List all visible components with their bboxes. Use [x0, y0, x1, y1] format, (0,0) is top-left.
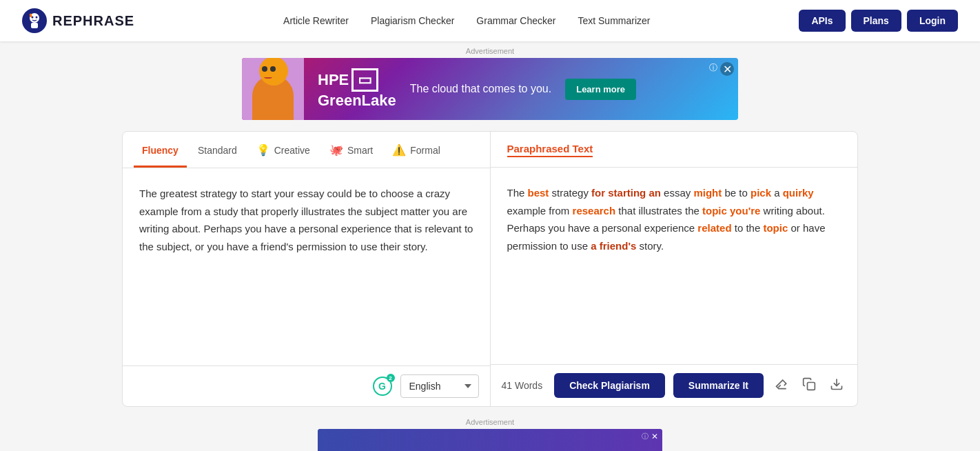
ad-hpe-logo: HPE▭ GreenLake: [318, 68, 396, 110]
right-footer: 41 Words Check Plagiarism Summarize It: [491, 364, 858, 406]
tab-fluency[interactable]: Fluency: [134, 134, 187, 168]
tab-formal-label: Formal: [410, 145, 440, 156]
out-a: a: [771, 187, 783, 199]
grammarly-badge: 2: [387, 374, 395, 382]
right-header: Paraphrased Text: [491, 132, 858, 168]
tab-standard-label: Standard: [198, 145, 237, 156]
out-pick: pick: [751, 187, 771, 199]
nav-plagiarism-checker[interactable]: Plagiarism Checker: [371, 15, 454, 26]
bottom-ad-info-icon[interactable]: ⓘ: [642, 432, 649, 441]
out-be-to: be to: [722, 187, 751, 199]
out-for-starting: for starting an: [591, 187, 661, 199]
logo-text: REPHRASE: [52, 13, 134, 29]
paraphrased-label: Paraphrased Text: [507, 143, 593, 157]
out-related: related: [697, 222, 731, 234]
nav: Article Rewriter Plagiarism Checker Gram…: [283, 15, 650, 26]
tab-creative-label: Creative: [274, 145, 310, 156]
tab-standard[interactable]: Standard: [190, 134, 245, 168]
input-text: The greatest strategy to start your essa…: [139, 188, 473, 252]
tab-fluency-label: Fluency: [142, 145, 178, 156]
nav-grammar-checker[interactable]: Grammar Checker: [476, 15, 555, 26]
bottom-ad-close-button[interactable]: ✕: [651, 432, 658, 441]
out-best: best: [528, 187, 549, 199]
tabs: Fluency Standard 💡 Creative 🐙 Smart ⚠️ F…: [123, 132, 490, 168]
out-quirky: quirky: [783, 187, 814, 199]
out-topic: topic: [763, 222, 788, 234]
ad-learn-more-button[interactable]: Learn more: [565, 79, 636, 100]
ad-top-label: Advertisement: [0, 41, 980, 58]
nav-buttons: APIs Plans Login: [799, 10, 958, 32]
logo-icon: [22, 8, 47, 33]
language-select[interactable]: English Spanish French German Italian Po…: [400, 374, 479, 398]
input-text-area[interactable]: The greatest strategy to start your essa…: [123, 168, 490, 365]
left-footer: G 2 English Spanish French German Italia…: [123, 365, 490, 406]
right-pane: Paraphrased Text The best strategy for s…: [491, 132, 858, 406]
download-icon[interactable]: [827, 374, 846, 397]
svg-rect-6: [808, 382, 815, 390]
nav-text-summarizer[interactable]: Text Summarizer: [578, 15, 650, 26]
nav-article-rewriter[interactable]: Article Rewriter: [283, 15, 349, 26]
check-plagiarism-button[interactable]: Check Plagiarism: [554, 373, 665, 398]
copy-icon[interactable]: [799, 374, 819, 397]
apis-button[interactable]: APIs: [799, 10, 845, 32]
ad-person-image: [242, 58, 304, 120]
plans-button[interactable]: Plans: [851, 10, 901, 32]
out-might: might: [693, 187, 722, 199]
out-story: story.: [636, 240, 664, 252]
svg-rect-2: [31, 23, 38, 28]
tab-formal[interactable]: ⚠️ Formal: [384, 132, 449, 168]
ad-content: HPE▭ GreenLake The cloud that comes to y…: [304, 68, 738, 110]
ad-close-button[interactable]: ✕: [720, 62, 734, 76]
tab-creative[interactable]: 💡 Creative: [248, 132, 318, 168]
logo[interactable]: REPHRASE: [22, 8, 134, 33]
out-example: example from: [507, 205, 573, 217]
out-research: research: [573, 205, 616, 217]
out-a-friends: a friend's: [591, 240, 636, 252]
svg-point-4: [36, 17, 38, 19]
main-container: Fluency Standard 💡 Creative 🐙 Smart ⚠️ F…: [111, 131, 869, 451]
out-topic-youre: topic you're: [702, 205, 760, 217]
editor-container: Fluency Standard 💡 Creative 🐙 Smart ⚠️ F…: [122, 131, 858, 407]
out-the: The: [507, 187, 528, 199]
creative-icon: 💡: [256, 143, 270, 157]
login-button[interactable]: Login: [907, 10, 958, 32]
out-essay: essay: [661, 187, 694, 199]
ad-tagline: The cloud that comes to you.: [410, 83, 551, 95]
ad-bottom-banner: ⓘ ✕: [318, 429, 662, 451]
grammarly-widget[interactable]: G 2: [373, 377, 392, 396]
word-count: 41 Words: [502, 380, 543, 391]
smart-icon: 🐙: [329, 143, 343, 157]
ad-bottom-label: Advertisement: [122, 407, 858, 429]
formal-icon: ⚠️: [392, 143, 406, 157]
out-to-the: to the: [732, 222, 764, 234]
out-that: that illustrates the: [615, 205, 702, 217]
tab-smart[interactable]: 🐙 Smart: [321, 132, 381, 168]
output-text-area: The best strategy for starting an essay …: [491, 168, 858, 364]
ad-info-icon[interactable]: ⓘ: [709, 62, 717, 74]
tab-smart-label: Smart: [347, 145, 373, 156]
header: REPHRASE Article Rewriter Plagiarism Che…: [0, 0, 980, 41]
eraser-icon[interactable]: [772, 374, 791, 397]
ad-top-banner: HPE▭ GreenLake The cloud that comes to y…: [242, 58, 738, 120]
out-strategy: strategy: [549, 187, 591, 199]
left-pane: Fluency Standard 💡 Creative 🐙 Smart ⚠️ F…: [123, 132, 491, 406]
summarize-button[interactable]: Summarize It: [673, 373, 764, 398]
